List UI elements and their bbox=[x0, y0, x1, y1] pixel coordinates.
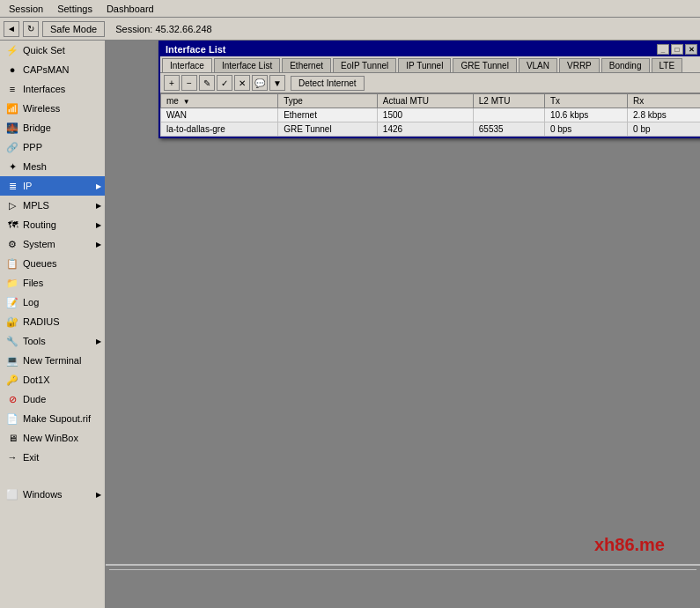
sidebar-item-quick-set[interactable]: ⚡ Quick Set bbox=[0, 41, 105, 60]
sidebar-label-windows: Windows bbox=[23, 489, 63, 500]
table-row[interactable]: WAN Ethernet 1500 10.6 kbps 2.8 kbps bbox=[161, 108, 701, 122]
dude-icon: ⊘ bbox=[5, 392, 19, 406]
window-title: Interface List bbox=[166, 44, 225, 55]
sidebar-label-dude: Dude bbox=[23, 394, 46, 404]
toolbar: ◄ ↻ Safe Mode Session: 45.32.66.248 bbox=[0, 18, 700, 41]
sidebar-label-queues: Queues bbox=[23, 258, 57, 269]
sidebar-item-queues[interactable]: 📋 Queues bbox=[0, 254, 105, 273]
tab-lte[interactable]: LTE bbox=[652, 58, 683, 72]
sidebar-item-ppp[interactable]: 🔗 PPP bbox=[0, 137, 105, 157]
sidebar-item-radius[interactable]: 🔐 RADIUS bbox=[0, 312, 105, 331]
sidebar-item-wireless[interactable]: 📶 Wireless bbox=[0, 99, 105, 118]
disable-button[interactable]: ✕ bbox=[234, 75, 250, 91]
sidebar-item-windows[interactable]: ⬜ Windows bbox=[0, 485, 105, 504]
log-icon: 📝 bbox=[5, 295, 19, 309]
cell-name: la-to-dallas-gre bbox=[161, 122, 278, 137]
menu-settings[interactable]: Settings bbox=[50, 2, 99, 16]
tools-icon: 🔧 bbox=[5, 334, 19, 348]
sidebar-item-mesh[interactable]: ✦ Mesh bbox=[0, 157, 105, 176]
sidebar-label-mpls: MPLS bbox=[23, 200, 49, 211]
col-tx[interactable]: Tx bbox=[544, 94, 627, 108]
filter-button[interactable]: ▼ bbox=[269, 75, 285, 91]
queues-icon: 📋 bbox=[5, 256, 19, 271]
sidebar-item-mpls[interactable]: ▷ MPLS bbox=[0, 196, 105, 215]
quick-set-icon: ⚡ bbox=[5, 43, 19, 57]
tab-ip-tunnel[interactable]: IP Tunnel bbox=[398, 58, 451, 72]
interfaces-table: me ▼ Type Actual MTU L2 MTU Tx Rx WAN Et… bbox=[160, 93, 700, 137]
close-button[interactable]: ✕ bbox=[685, 44, 697, 55]
sidebar-item-new-terminal[interactable]: 💻 New Terminal bbox=[0, 351, 105, 370]
sidebar-item-make-supout[interactable]: 📄 Make Supout.rif bbox=[0, 409, 105, 428]
session-label: Session: 45.32.66.248 bbox=[115, 24, 211, 34]
tab-interface[interactable]: Interface bbox=[162, 58, 212, 73]
bottom-bar bbox=[106, 564, 700, 608]
exit-icon: → bbox=[5, 450, 19, 464]
mpls-icon: ▷ bbox=[5, 198, 19, 212]
sidebar-item-dot1x[interactable]: 🔑 Dot1X bbox=[0, 370, 105, 389]
sidebar-item-dude[interactable]: ⊘ Dude bbox=[0, 389, 105, 409]
refresh-button[interactable]: ↻ bbox=[23, 21, 39, 37]
comment-button[interactable]: 💬 bbox=[252, 75, 268, 91]
remove-button[interactable]: − bbox=[181, 75, 197, 91]
sidebar: ⚡ Quick Set ● CAPsMAN ≡ Interfaces 📶 Wir… bbox=[0, 41, 106, 608]
make-supout-icon: 📄 bbox=[5, 412, 19, 426]
sidebar-item-new-winbox[interactable]: 🖥 New WinBox bbox=[0, 428, 105, 448]
menu-dashboard[interactable]: Dashboard bbox=[99, 2, 161, 16]
sidebar-label-new-terminal: New Terminal bbox=[23, 355, 81, 366]
tab-eoip-tunnel[interactable]: EoIP Tunnel bbox=[333, 58, 396, 72]
col-l2-mtu[interactable]: L2 MTU bbox=[473, 94, 544, 108]
bridge-icon: 🌉 bbox=[5, 121, 19, 135]
ppp-icon: 🔗 bbox=[5, 140, 19, 154]
sidebar-item-routing[interactable]: 🗺 Routing bbox=[0, 215, 105, 234]
col-actual-mtu[interactable]: Actual MTU bbox=[377, 94, 473, 108]
sidebar-item-capsman[interactable]: ● CAPsMAN bbox=[0, 60, 105, 79]
new-winbox-icon: 🖥 bbox=[5, 431, 19, 445]
sidebar-label-capsman: CAPsMAN bbox=[23, 64, 70, 75]
main-layout: ⚡ Quick Set ● CAPsMAN ≡ Interfaces 📶 Wir… bbox=[0, 41, 700, 608]
sidebar-label-log: Log bbox=[23, 297, 39, 308]
sidebar-item-log[interactable]: 📝 Log bbox=[0, 293, 105, 312]
sidebar-label-routing: Routing bbox=[23, 219, 56, 230]
col-type[interactable]: Type bbox=[278, 94, 378, 108]
safe-mode-button[interactable]: Safe Mode bbox=[42, 21, 105, 37]
windows-icon: ⬜ bbox=[5, 487, 19, 501]
detect-internet-button[interactable]: Detect Internet bbox=[291, 76, 365, 91]
tab-interface-list[interactable]: Interface List bbox=[214, 58, 280, 72]
mesh-icon: ✦ bbox=[5, 159, 19, 174]
tab-vlan[interactable]: VLAN bbox=[519, 58, 557, 72]
window-titlebar: Interface List _ □ ✕ bbox=[160, 42, 700, 56]
minimize-button[interactable]: _ bbox=[657, 44, 669, 55]
window-tabs: Interface Interface List Ethernet EoIP T… bbox=[160, 56, 700, 73]
tab-gre-tunnel[interactable]: GRE Tunnel bbox=[453, 58, 516, 72]
sidebar-label-dot1x: Dot1X bbox=[23, 374, 50, 385]
watermark: xh86.me bbox=[594, 535, 665, 555]
back-button[interactable]: ◄ bbox=[4, 21, 19, 37]
menu-session[interactable]: Session bbox=[2, 2, 50, 16]
sidebar-item-files[interactable]: 📁 Files bbox=[0, 273, 105, 293]
cell-rx: 0 bp bbox=[628, 122, 700, 137]
sidebar-item-exit[interactable]: → Exit bbox=[0, 448, 105, 467]
new-terminal-icon: 💻 bbox=[5, 353, 19, 367]
sidebar-item-ip[interactable]: ≣ IP bbox=[0, 176, 105, 196]
cell-l2-mtu: 65535 bbox=[473, 122, 544, 137]
enable-button[interactable]: ✓ bbox=[217, 75, 232, 91]
add-button[interactable]: + bbox=[164, 75, 180, 91]
tab-ethernet[interactable]: Ethernet bbox=[282, 58, 331, 72]
sidebar-item-tools[interactable]: 🔧 Tools bbox=[0, 331, 105, 351]
sidebar-label-interfaces: Interfaces bbox=[23, 84, 65, 94]
sidebar-label-wireless: Wireless bbox=[23, 103, 60, 114]
content-area: Interface List _ □ ✕ Interface Interface… bbox=[106, 41, 700, 608]
cell-rx: 2.8 kbps bbox=[628, 108, 700, 122]
col-name[interactable]: me ▼ bbox=[161, 94, 278, 108]
edit-button[interactable]: ✎ bbox=[199, 75, 215, 91]
sidebar-item-system[interactable]: ⚙ System bbox=[0, 234, 105, 254]
tab-vrrp[interactable]: VRRP bbox=[559, 58, 600, 72]
tab-bonding[interactable]: Bonding bbox=[601, 58, 650, 72]
sidebar-item-interfaces[interactable]: ≡ Interfaces bbox=[0, 79, 105, 99]
maximize-button[interactable]: □ bbox=[671, 44, 683, 55]
cell-tx: 0 bps bbox=[544, 122, 627, 137]
table-row[interactable]: la-to-dallas-gre GRE Tunnel 1426 65535 0… bbox=[161, 122, 701, 137]
sidebar-label-ppp: PPP bbox=[23, 142, 42, 152]
col-rx[interactable]: Rx bbox=[628, 94, 700, 108]
sidebar-item-bridge[interactable]: 🌉 Bridge bbox=[0, 118, 105, 137]
